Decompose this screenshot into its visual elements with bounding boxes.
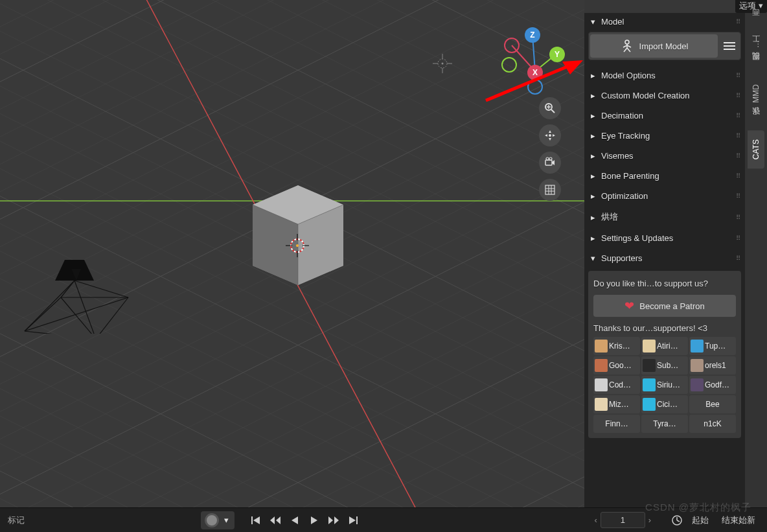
cats-panel: ▾Model ⠿ Import Model ▸Model Options⠿ ▸C…	[584, 12, 745, 507]
panel-tab[interactable]: MMD	[748, 75, 764, 112]
chevron-down-icon: ▾	[588, 17, 597, 27]
drag-handle-icon[interactable]: ⠿	[736, 214, 741, 221]
3d-viewport[interactable]: Z Y X	[0, 0, 584, 507]
section-visemes[interactable]: ▸Visemes⠿	[584, 146, 745, 166]
supporter-cell[interactable]: orels1	[689, 356, 736, 375]
supporter-cell[interactable]: Bee	[689, 395, 736, 413]
chevron-right-icon: ▸	[588, 91, 597, 100]
panel-tab[interactable]: 误张	[747, 112, 766, 130]
svg-line-30	[61, 297, 96, 334]
drag-handle-icon[interactable]: ⠿	[736, 235, 741, 242]
svg-marker-67	[292, 516, 298, 524]
become-patron-button[interactable]: ❤ Become a Patron	[593, 295, 736, 317]
section-custom-model[interactable]: ▸Custom Model Creation⠿	[584, 86, 745, 106]
supporter-name: Atiri…	[657, 341, 678, 351]
drag-handle-icon[interactable]: ⠿	[736, 192, 741, 200]
svg-point-43	[549, 134, 551, 137]
panel-tab[interactable]: 视图	[747, 57, 766, 75]
section-supporters[interactable]: ▾Supporters⠿	[584, 248, 745, 268]
empty-object[interactable]	[431, 52, 454, 75]
jump-start-button[interactable]	[249, 511, 263, 530]
clock-icon[interactable]	[671, 515, 683, 526]
drag-handle-icon[interactable]: ⠿	[736, 72, 741, 79]
play-button[interactable]	[307, 511, 321, 530]
gizmo-neg-x[interactable]	[504, 38, 520, 53]
svg-point-5	[442, 63, 444, 65]
camera-view-icon[interactable]	[539, 152, 561, 174]
section-model[interactable]: ▾Model ⠿	[584, 12, 745, 32]
jump-end-button[interactable]	[346, 511, 360, 530]
current-frame-field[interactable]: 1	[601, 512, 645, 528]
supporter-cell[interactable]: Tup…	[689, 337, 736, 355]
supporter-cell[interactable]: Siriu…	[641, 376, 688, 394]
drag-handle-icon[interactable]: ⠿	[736, 172, 741, 179]
svg-line-31	[25, 281, 74, 331]
drag-handle-icon[interactable]: ⠿	[736, 255, 741, 262]
keyframe-next-button[interactable]	[326, 511, 341, 530]
svg-line-58	[624, 48, 627, 52]
marker-label: 标记	[8, 515, 196, 526]
drag-handle-icon[interactable]: ⠿	[736, 132, 741, 139]
import-box: Import Model	[588, 32, 741, 60]
svg-line-75	[677, 520, 680, 522]
svg-marker-66	[276, 516, 280, 524]
section-decimation[interactable]: ▸Decimation⠿	[584, 106, 745, 126]
supporter-cell[interactable]: Godf…	[689, 376, 736, 394]
camera-object[interactable]	[19, 256, 136, 334]
svg-rect-72	[356, 516, 358, 524]
svg-point-54	[625, 40, 629, 44]
play-reverse-button[interactable]	[288, 511, 302, 530]
section-model-options[interactable]: ▸Model Options⠿	[584, 65, 745, 86]
svg-rect-44	[545, 160, 552, 165]
supporter-cell[interactable]: Finn…	[593, 415, 640, 433]
section-optimization[interactable]: ▸Optimization⠿	[584, 186, 745, 206]
supporter-cell[interactable]: Tyra…	[641, 415, 688, 433]
supporter-name: Kris…	[609, 341, 630, 351]
watermark-text: CSDN @萝北村的枫子	[645, 502, 751, 514]
supporter-cell[interactable]: Kris…	[593, 337, 640, 355]
import-model-button[interactable]: Import Model	[590, 34, 718, 58]
svg-marker-71	[349, 516, 356, 524]
supporter-name: Cod…	[609, 380, 631, 389]
3d-cursor	[286, 234, 309, 257]
keyframe-prev-button[interactable]	[268, 511, 282, 530]
drag-handle-icon[interactable]: ⠿	[736, 112, 741, 119]
supporter-cell[interactable]: Goo…	[593, 356, 640, 375]
supporter-cell[interactable]: n1cK	[689, 415, 736, 433]
top-dropdown[interactable]: 远项 ▾	[735, 0, 767, 13]
section-settings-updates[interactable]: ▸Settings & Updates⠿	[584, 228, 745, 248]
hamburger-icon	[724, 41, 735, 51]
patron-question: Do you like thi…to support us?	[593, 276, 736, 291]
auto-keyframe-button[interactable]	[205, 513, 219, 527]
section-eye-tracking[interactable]: ▸Eye Tracking⠿	[584, 126, 745, 146]
perspective-icon[interactable]	[539, 179, 561, 201]
chevron-right-icon: ▸	[588, 172, 597, 181]
gizmo-z-axis[interactable]: Z	[525, 27, 540, 43]
panel-tab[interactable]: 画	[747, 13, 766, 31]
supporter-name: orels1	[705, 361, 726, 370]
avatar	[643, 340, 656, 353]
supporter-cell[interactable]: Atiri…	[641, 337, 688, 355]
drag-handle-icon[interactable]: ⠿	[736, 18, 741, 25]
chevron-left-icon[interactable]: ‹	[591, 515, 601, 525]
move-icon[interactable]	[539, 124, 561, 146]
import-menu-button[interactable]	[720, 41, 739, 51]
avatar	[595, 378, 608, 391]
header-strip: 远项 ▾	[584, 0, 767, 13]
panel-tab[interactable]: 工…	[747, 31, 766, 57]
chevron-down-icon[interactable]: ▾	[222, 515, 231, 525]
drag-handle-icon[interactable]: ⠿	[736, 92, 741, 99]
supporter-cell[interactable]: Sub…	[641, 356, 688, 375]
supporter-cell[interactable]: Cod…	[593, 376, 640, 394]
section-bone-parenting[interactable]: ▸Bone Parenting⠿	[584, 166, 745, 186]
section-bake[interactable]: ▸烘培⠿	[584, 206, 745, 228]
drag-handle-icon[interactable]: ⠿	[736, 152, 741, 159]
supporters-grid: Kris…Atiri…Tup…Goo…Sub…orels1Cod…Siriu…G…	[593, 337, 736, 433]
supporter-cell[interactable]: Miz…	[593, 395, 640, 413]
avatar	[691, 378, 704, 391]
thanks-text: Thanks to our…supporters! <3	[593, 317, 736, 337]
chevron-right-icon[interactable]: ›	[645, 515, 654, 525]
svg-marker-70	[334, 516, 339, 524]
panel-tab[interactable]: CATS	[748, 130, 764, 168]
supporter-cell[interactable]: Cici…	[641, 395, 688, 413]
